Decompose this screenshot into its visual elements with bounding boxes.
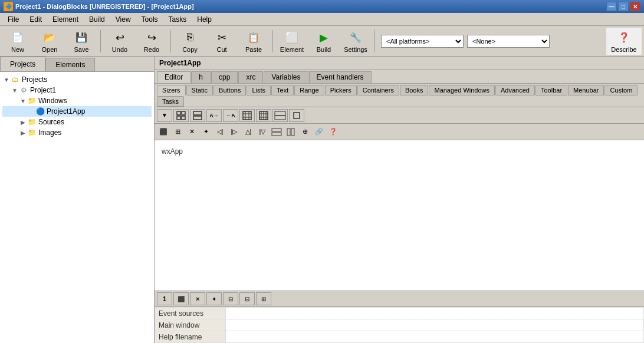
comp-tab-custom[interactable]: Custom <box>604 85 638 95</box>
comp-tab-advanced[interactable]: Advanced <box>495 85 535 95</box>
action-left-btn[interactable]: ◁| <box>213 126 226 138</box>
tab-elements[interactable]: Elements <box>45 58 95 71</box>
props-btn-left[interactable]: ⊟ <box>223 292 238 305</box>
menu-file[interactable]: File <box>2 14 24 25</box>
tab-xrc[interactable]: xrc <box>238 71 263 83</box>
editor-tabs: Editor h cpp xrc Variables Event handler… <box>155 70 644 84</box>
menu-build[interactable]: Build <box>84 14 110 25</box>
menu-edit[interactable]: Edit <box>24 14 47 25</box>
tab-projects[interactable]: Projects <box>0 57 45 71</box>
action-right-btn[interactable]: |▷ <box>228 126 241 138</box>
build-button[interactable]: Build <box>308 28 339 55</box>
prop-value-help-filename[interactable] <box>226 331 644 343</box>
sizer-arrow-btn[interactable]: ▼ <box>157 109 172 122</box>
action-split-h-btn[interactable] <box>270 126 283 138</box>
config-select[interactable]: <None> Debug Release <box>467 35 550 48</box>
tab-event-handlers[interactable]: Event handlers <box>309 71 372 83</box>
comp-tab-sizers[interactable]: Sizers <box>157 85 186 95</box>
prop-value-main-window[interactable] <box>226 319 644 331</box>
tree-item-windows[interactable]: ▼ 📁 Windows <box>2 95 152 106</box>
comp-tab-buttons[interactable]: Buttons <box>213 85 246 95</box>
main-layout: Projects Elements ▼ 🗂 Projects ▼ ⚙ Proje… <box>0 57 644 343</box>
element-button[interactable]: Element <box>277 28 307 55</box>
redo-icon <box>143 29 160 46</box>
sizer-box-btn[interactable] <box>289 109 304 122</box>
sizer-toolbar: ▼ A→ ←A <box>155 107 644 124</box>
comp-tab-toolbar[interactable]: Toolbar <box>535 85 567 95</box>
comp-tab-tasks[interactable]: Tasks <box>157 96 184 107</box>
props-btn-right[interactable]: ⊟ <box>239 292 255 305</box>
paste-icon <box>245 29 262 46</box>
save-button[interactable]: Save <box>66 28 97 55</box>
tree-item-project1[interactable]: ▼ ⚙ Project1 <box>2 85 152 95</box>
platform-select[interactable]: <All platforms> Windows Linux Mac <box>381 35 464 48</box>
minimize-button[interactable]: — <box>606 2 617 11</box>
comp-tab-pickers[interactable]: Pickers <box>325 85 357 95</box>
menu-tasks[interactable]: Tasks <box>163 14 192 25</box>
tab-h[interactable]: h <box>191 71 211 83</box>
separator-4 <box>374 30 375 52</box>
tab-editor[interactable]: Editor <box>157 71 190 83</box>
props-btn-1[interactable]: 1 <box>157 292 172 305</box>
settings-button[interactable]: Settings <box>340 28 371 55</box>
action-move-btn[interactable]: ✦ <box>199 126 212 138</box>
tree-item-images[interactable]: ▶ 📁 Images <box>2 127 152 138</box>
maximize-button[interactable]: □ <box>618 2 629 11</box>
cut-button[interactable]: Cut <box>206 28 237 55</box>
open-button[interactable]: Open <box>34 28 65 55</box>
tree-item-project1app[interactable]: 🔵 Project1App <box>2 106 152 117</box>
sizer-grid3-btn[interactable] <box>256 109 271 122</box>
props-btn-add[interactable]: ⊞ <box>256 292 271 305</box>
props-btn-delete[interactable]: ✕ <box>190 292 205 305</box>
prop-value-event-sources[interactable] <box>226 308 644 319</box>
action-down-btn[interactable]: |▽ <box>256 126 269 138</box>
app-icon: 🔷 <box>4 2 13 11</box>
props-btn-move[interactable]: ✦ <box>206 292 222 305</box>
comp-tab-managed-windows[interactable]: Managed Windows <box>429 85 495 95</box>
sizer-grid2-btn[interactable] <box>239 109 255 122</box>
comp-tab-text[interactable]: Text <box>271 85 294 95</box>
menu-element[interactable]: Element <box>47 14 84 25</box>
action-add-btn[interactable]: ⊞ <box>171 126 184 138</box>
menu-tools[interactable]: Tools <box>136 14 163 25</box>
action-help-btn[interactable]: ❓ <box>327 126 340 138</box>
wxapp-label: wxApp <box>159 145 639 158</box>
comp-tab-static[interactable]: Static <box>186 85 213 95</box>
props-btn-select[interactable]: ⬛ <box>173 292 189 305</box>
expand-icon: ▼ <box>19 98 27 104</box>
undo-button[interactable]: Undo <box>104 28 135 55</box>
action-center-btn[interactable]: ⊕ <box>298 126 311 138</box>
left-panel: Projects Elements ▼ 🗂 Projects ▼ ⚙ Proje… <box>0 57 155 343</box>
sizer-grid-btn[interactable] <box>173 109 189 122</box>
svg-rect-21 <box>272 133 281 136</box>
comp-tab-range[interactable]: Range <box>294 85 324 95</box>
copy-button[interactable]: Copy <box>175 28 205 55</box>
comp-tab-lists[interactable]: Lists <box>247 85 271 95</box>
action-delete-btn[interactable]: ✕ <box>185 126 198 138</box>
comp-tab-menubar[interactable]: Menubar <box>568 85 604 95</box>
sizer-text-a-btn[interactable]: A→ <box>206 109 222 122</box>
describe-button[interactable]: Describe <box>606 28 642 55</box>
action-select-btn[interactable]: ⬛ <box>157 126 170 138</box>
close-button[interactable]: ✕ <box>630 2 640 11</box>
menu-help[interactable]: Help <box>192 14 217 25</box>
comp-tab-containers[interactable]: Containers <box>357 85 399 95</box>
comp-tab-books[interactable]: Books <box>400 85 429 95</box>
action-link-btn[interactable]: 🔗 <box>313 126 326 138</box>
sizer-text-b-btn[interactable]: ←A <box>223 109 238 122</box>
action-up-btn[interactable]: △| <box>242 126 255 138</box>
tab-cpp[interactable]: cpp <box>211 71 238 83</box>
action-split-v-btn[interactable] <box>284 126 297 138</box>
svg-rect-0 <box>177 111 180 115</box>
paste-button[interactable]: Paste <box>238 28 269 55</box>
tab-variables[interactable]: Variables <box>264 71 308 83</box>
tree-item-sources[interactable]: ▶ 📁 Sources <box>2 117 152 127</box>
separator-2 <box>170 30 171 52</box>
menu-view[interactable]: View <box>110 14 136 25</box>
redo-button[interactable]: Redo <box>136 28 167 55</box>
new-button[interactable]: New <box>2 28 33 55</box>
sizer-split-btn[interactable] <box>190 109 205 122</box>
tree-item-projects[interactable]: ▼ 🗂 Projects <box>2 74 152 85</box>
sizer-hline-btn[interactable] <box>272 109 288 122</box>
copy-label: Copy <box>182 46 198 53</box>
